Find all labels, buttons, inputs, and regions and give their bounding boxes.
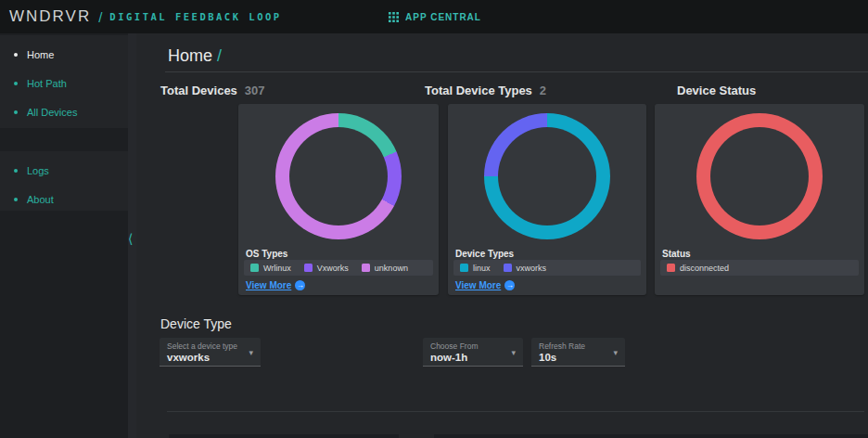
page-title-text: Home xyxy=(168,46,212,65)
sidebar-item-label: About xyxy=(27,194,54,205)
view-more-label: View More xyxy=(455,280,501,290)
divider xyxy=(165,71,868,72)
sidebar-item-label: All Devices xyxy=(27,107,77,118)
arrow-circle-icon: → xyxy=(295,280,305,290)
legend-item: vxworks xyxy=(504,264,547,273)
device-types-card: Device Types linuxvxworks View More → xyxy=(448,104,646,295)
legend-swatch-icon xyxy=(667,264,675,272)
bottom-panel-left xyxy=(169,434,399,438)
legend-title: OS Types xyxy=(246,249,287,259)
select-value: now-1h xyxy=(430,352,516,363)
app-central-label: APP CENTRAL xyxy=(405,12,481,22)
legend-strip: disconnected xyxy=(660,260,859,276)
total-device-types-header: Total Device Types2 xyxy=(425,84,546,97)
sidebar-collapse-rail: ⟨ xyxy=(128,33,136,438)
view-more-label: View More xyxy=(246,280,291,290)
legend-title: Device Types xyxy=(455,249,514,259)
select-label: Choose From xyxy=(430,341,516,351)
main-content: Home/ Total Devices307 Total Device Type… xyxy=(136,33,868,438)
brand-separator: / xyxy=(98,9,102,25)
sidebar-item-all-devices[interactable]: All Devices xyxy=(0,97,128,126)
sidebar-item-label: Logs xyxy=(27,165,49,176)
chevron-down-icon: ▾ xyxy=(613,348,618,357)
legend-label: Wrlinux xyxy=(263,264,291,273)
legend-title: Status xyxy=(662,249,691,259)
legend-swatch-icon xyxy=(460,264,468,272)
device-status-card: Status disconnected → xyxy=(655,104,864,295)
select-label: Select a device type xyxy=(167,341,253,351)
sidebar-nav: Home Hot Path All Devices Logs About xyxy=(0,33,128,438)
collapse-sidebar-icon[interactable]: ⟨ xyxy=(128,232,133,245)
device-type-select[interactable]: Select a device type vxworks ▾ xyxy=(160,338,261,367)
bullet-icon xyxy=(14,198,18,201)
header-label: Total Device Types xyxy=(425,84,532,97)
refresh-rate-select[interactable]: Refresh Rate 10s ▾ xyxy=(531,338,625,367)
chevron-down-icon: ▾ xyxy=(249,348,253,357)
select-value: 10s xyxy=(539,352,618,363)
legend-item: Wrlinux xyxy=(250,264,291,273)
header-label: Total Devices xyxy=(160,84,237,97)
device-types-donut-chart xyxy=(484,113,610,239)
sidebar-item-logs[interactable]: Logs xyxy=(0,156,128,185)
product-name: DIGITAL FEEDBACK LOOP xyxy=(109,11,281,22)
choose-from-select[interactable]: Choose From now-1h ▾ xyxy=(423,338,523,367)
legend-item: linux xyxy=(460,264,491,273)
bullet-icon xyxy=(14,169,18,173)
sidebar-item-label: Home xyxy=(27,49,54,60)
legend-strip: WrlinuxVxworksunknown xyxy=(244,260,433,276)
arrow-circle-icon: → xyxy=(504,280,515,290)
app-grid-icon xyxy=(389,12,399,22)
view-more-link[interactable]: View More → xyxy=(246,280,305,290)
app-central-button[interactable]: APP CENTRAL xyxy=(389,0,481,33)
device-status-donut-chart xyxy=(696,113,823,239)
legend-item: unknown xyxy=(362,264,408,273)
legend-swatch-icon xyxy=(504,264,512,272)
sidebar-group-secondary: Logs About xyxy=(0,151,128,211)
header-value: 307 xyxy=(245,84,265,97)
sidebar-item-hot-path[interactable]: Hot Path xyxy=(0,69,128,97)
brand-logo[interactable]: WNDRVR / DIGITAL FEEDBACK LOOP xyxy=(0,7,282,26)
legend-label: disconnected xyxy=(680,264,729,273)
select-value: vxworks xyxy=(167,352,253,363)
bottom-panel-right xyxy=(434,434,868,438)
legend-item: Vxworks xyxy=(304,264,349,273)
sidebar-group-main: Home Hot Path All Devices xyxy=(0,35,128,128)
legend-label: unknown xyxy=(375,264,408,273)
chevron-down-icon: ▾ xyxy=(511,348,516,357)
sidebar-item-home[interactable]: Home xyxy=(0,40,128,69)
bullet-icon xyxy=(14,110,18,114)
legend-label: linux xyxy=(473,264,491,273)
page-title: Home/ xyxy=(168,46,222,66)
bullet-icon xyxy=(14,53,18,57)
sidebar-item-label: Hot Path xyxy=(27,78,67,89)
os-types-donut-chart xyxy=(275,113,402,239)
os-types-card: OS Types WrlinuxVxworksunknown View More… xyxy=(238,104,439,295)
divider xyxy=(167,411,864,412)
legend-item: disconnected xyxy=(667,264,729,273)
device-type-heading: Device Type xyxy=(160,316,232,331)
select-label: Refresh Rate xyxy=(539,341,618,351)
total-devices-header: Total Devices307 xyxy=(160,84,265,97)
brand-name: WNDRVR xyxy=(9,7,91,26)
sidebar-item-about[interactable]: About xyxy=(0,185,128,213)
header-value: 2 xyxy=(540,84,546,97)
legend-swatch-icon xyxy=(304,264,313,272)
legend-label: Vxworks xyxy=(317,264,349,273)
header-label: Device Status xyxy=(677,84,756,97)
legend-swatch-icon xyxy=(362,264,370,272)
legend-swatch-icon xyxy=(250,264,259,272)
top-bar: WNDRVR / DIGITAL FEEDBACK LOOP APP CENTR… xyxy=(0,0,868,33)
legend-strip: linuxvxworks xyxy=(453,260,641,276)
view-more-link[interactable]: View More → xyxy=(455,280,515,290)
legend-label: vxworks xyxy=(517,264,547,273)
device-status-header: Device Status xyxy=(677,84,763,97)
bullet-icon xyxy=(14,82,18,85)
breadcrumb-separator: / xyxy=(217,46,222,65)
